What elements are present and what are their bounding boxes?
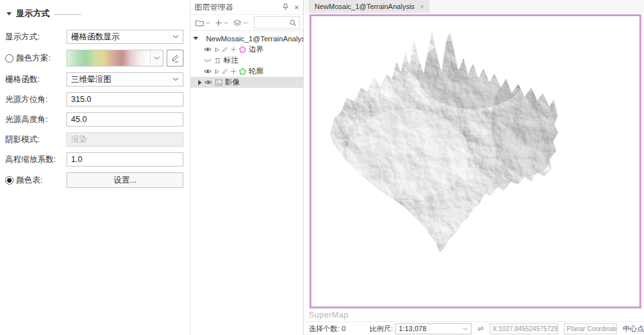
annotation-text-icon [214, 57, 221, 64]
selection-count-value: 0 [342, 325, 346, 332]
tree-row-annotation[interactable]: 标注 [191, 55, 303, 66]
app-window: 显示方式 显示方式: 栅格函数显示 颜色方案: [0, 0, 644, 335]
search-icon [289, 19, 296, 26]
layer-tree: NewMosaic_1@TerrainAnalysis 边界 标注 [191, 31, 303, 88]
chevron-down-icon [243, 21, 248, 25]
collapse-section-icon[interactable] [6, 12, 12, 15]
chevron-down-icon [205, 21, 211, 25]
close-panel-icon[interactable]: × [294, 3, 299, 12]
swap-coordinates-icon[interactable]: ⇌ [477, 324, 484, 333]
light-azimuth-label: 光源方位角: [5, 94, 67, 105]
tree-row-map-root[interactable]: NewMosaic_1@TerrainAnalysis [191, 33, 303, 44]
open-dataset-button[interactable] [194, 18, 212, 28]
map-extent-rectangle [309, 14, 641, 309]
supermap-watermark: SuperMap [309, 310, 349, 320]
shadow-mode-input: 渲染 [67, 132, 183, 147]
plus-icon [215, 19, 222, 26]
display-mode-row: 显示方式: 栅格函数显示 [5, 30, 183, 44]
center-point-label: 中心点 [623, 324, 644, 334]
layer-options-button[interactable] [232, 18, 249, 28]
display-mode-value: 栅格函数显示 [71, 32, 119, 43]
snap-cross-icon[interactable] [231, 68, 236, 74]
chevron-down-icon [154, 56, 160, 60]
color-table-settings-button[interactable]: 设置... [67, 172, 183, 188]
raster-function-row: 栅格函数: 三维晕渲图 [5, 72, 183, 86]
display-settings-panel: 显示方式 显示方式: 栅格函数显示 颜色方案: [0, 0, 191, 335]
chevron-down-icon [172, 77, 179, 81]
layer-label: 影像 [225, 77, 240, 87]
color-scheme-radio[interactable] [5, 54, 14, 63]
shadow-mode-row: 阴影模式: 渲染 [5, 132, 183, 147]
map-tab[interactable]: NewMosaic_1@TerrainAnalysis × [309, 0, 430, 13]
visibility-eye-icon[interactable] [204, 79, 213, 85]
tab-close-icon[interactable]: × [420, 3, 424, 10]
raster-function-select[interactable]: 三维晕渲图 [67, 72, 183, 86]
color-table-label: 颜色表: [16, 175, 43, 186]
z-factor-row: 高程缩放系数: 1.0 [5, 152, 183, 167]
light-azimuth-input[interactable]: 315.0 [67, 92, 183, 107]
color-scheme-select[interactable] [67, 50, 163, 66]
visibility-eye-icon[interactable] [203, 46, 212, 52]
expand-collapse-icon[interactable] [193, 37, 198, 40]
layers-icon [233, 19, 242, 26]
coordinate-system-field: Planar Coordinate System---m [564, 323, 617, 334]
snap-cross-icon[interactable] [231, 46, 236, 52]
layer-manager-panel: 图层管理器 × [191, 0, 304, 335]
z-factor-input[interactable]: 1.0 [67, 152, 183, 167]
raster-function-label: 栅格函数: [5, 74, 67, 85]
layer-label: NewMosaic_1@TerrainAnalysis [206, 35, 311, 43]
cursor-coordinates-field: X:1027.845524575729,Y:2595.10 [490, 323, 558, 334]
editable-pencil-icon[interactable] [222, 46, 228, 52]
color-gradient-swatch [67, 50, 150, 66]
scale-select[interactable]: 1:13,078 [395, 323, 472, 334]
light-altitude-row: 光源高度角: 45.0 [5, 112, 183, 127]
selection-count-label: 选择个数: [309, 324, 339, 334]
display-mode-select[interactable]: 栅格函数显示 [67, 30, 183, 44]
chevron-down-icon [223, 21, 229, 25]
tree-row-image[interactable]: 影像 [191, 77, 303, 88]
editable-pencil-icon[interactable] [222, 68, 228, 74]
layer-label: 轮廓 [249, 66, 264, 76]
light-azimuth-row: 光源方位角: 315.0 [5, 92, 183, 107]
map-tab-label: NewMosaic_1@TerrainAnalysis [315, 3, 415, 10]
visibility-eye-closed-icon[interactable] [203, 58, 212, 63]
expand-collapse-icon[interactable] [198, 80, 202, 85]
map-viewport[interactable] [304, 13, 644, 309]
selectable-icon[interactable] [214, 47, 220, 52]
section-header[interactable]: 显示方式 [6, 8, 183, 19]
light-altitude-input[interactable]: 45.0 [67, 112, 183, 127]
pencil-icon [171, 54, 180, 63]
shadow-mode-label: 阴影模式: [5, 134, 67, 145]
layer-manager-toolbar [191, 14, 303, 31]
color-table-radio[interactable] [5, 176, 14, 185]
add-layer-button[interactable] [214, 18, 230, 28]
header-divider [54, 14, 81, 15]
color-scheme-row: 颜色方案: [5, 50, 183, 66]
edit-color-scheme-button[interactable] [167, 50, 183, 66]
pin-icon[interactable] [282, 3, 289, 11]
layer-manager-title: 图层管理器 [194, 2, 282, 13]
display-mode-label: 显示方式: [5, 32, 67, 43]
selectable-icon[interactable] [214, 69, 220, 74]
tree-row-outline[interactable]: 轮廓 [191, 66, 303, 77]
scale-label: 比例尺: [369, 324, 393, 334]
color-table-row: 颜色表: 设置... [5, 172, 183, 188]
layer-search-input[interactable] [254, 16, 300, 29]
raster-function-value: 三维晕渲图 [71, 74, 112, 85]
status-bar: 选择个数: 0 比例尺: 1:13,078 ⇌ X:1027.845524575… [304, 321, 644, 335]
map-tabstrip: NewMosaic_1@TerrainAnalysis × [304, 0, 644, 13]
chevron-down-icon [462, 327, 468, 330]
polygon-geometry-icon [239, 68, 246, 75]
visibility-eye-icon[interactable] [203, 68, 212, 74]
polygon-geometry-icon [239, 46, 246, 53]
folder-icon [195, 19, 204, 26]
light-altitude-label: 光源高度角: [5, 114, 67, 125]
chevron-down-icon [172, 35, 179, 39]
tree-row-boundary[interactable]: 边界 [191, 44, 303, 55]
map-area: NewMosaic_1@TerrainAnalysis × [304, 0, 644, 335]
image-layer-icon [215, 79, 222, 86]
color-scheme-label: 颜色方案: [16, 53, 50, 64]
hillshade-terrain [311, 15, 640, 307]
scale-value: 1:13,078 [399, 325, 426, 332]
layer-label: 标注 [223, 56, 238, 65]
